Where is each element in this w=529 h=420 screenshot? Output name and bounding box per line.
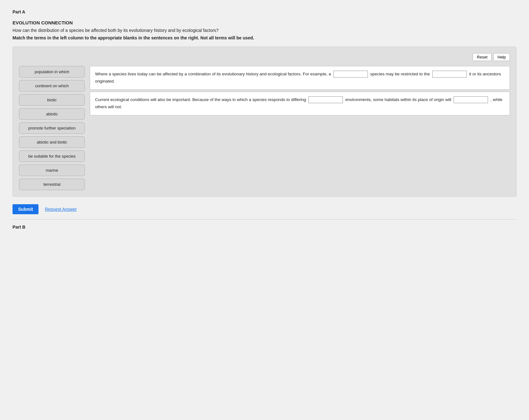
- blank-1-1[interactable]: [333, 71, 368, 78]
- term-continent-on-which[interactable]: continent on which: [19, 80, 85, 92]
- part-b-label: Part B: [13, 225, 516, 230]
- sentence-box-2: Current ecological conditions will also …: [90, 92, 510, 115]
- help-button[interactable]: Help: [493, 53, 510, 61]
- right-column: Where a species lives today can be affec…: [90, 66, 510, 117]
- submit-button[interactable]: Submit: [13, 204, 38, 214]
- term-be-suitable-for-species[interactable]: be suitable for the species: [19, 150, 85, 162]
- section-divider: [13, 219, 516, 220]
- blank-1-2[interactable]: [432, 71, 467, 78]
- left-column: population in which continent on which b…: [19, 66, 85, 190]
- term-abiotic-and-biotic[interactable]: abiotic and biotic: [19, 136, 85, 148]
- sentence1-before-blank1: Where a species lives today can be affec…: [95, 72, 331, 76]
- term-abiotic[interactable]: abiotic: [19, 108, 85, 120]
- reset-button[interactable]: Reset: [473, 53, 491, 61]
- blank-2-1[interactable]: [308, 96, 343, 103]
- matching-container: Reset Help population in which continent…: [13, 47, 516, 197]
- term-biotic[interactable]: biotic: [19, 94, 85, 106]
- request-answer-link[interactable]: Request Answer: [45, 207, 77, 212]
- sentence1-between-blanks: species may be restricted to the: [370, 72, 430, 76]
- matching-body: population in which continent on which b…: [19, 66, 510, 190]
- instruction-text: Match the terms in the left column to th…: [13, 35, 516, 40]
- bottom-actions: Submit Request Answer: [13, 204, 516, 214]
- term-marine[interactable]: marine: [19, 164, 85, 176]
- term-population-in-which[interactable]: population in which: [19, 66, 85, 78]
- part-a-label: Part A: [13, 9, 516, 14]
- page-wrapper: Part A EVOLUTION CONNECTION How can the …: [0, 0, 529, 420]
- top-buttons: Reset Help: [19, 53, 510, 61]
- sentence-box-1: Where a species lives today can be affec…: [90, 66, 510, 90]
- sentence2-before-blank1: Current ecological conditions will also …: [95, 97, 306, 102]
- blank-2-2[interactable]: [454, 96, 488, 103]
- question-text: How can the distribution of a species be…: [13, 28, 516, 33]
- term-terrestrial[interactable]: terrestrial: [19, 179, 85, 190]
- section-title: EVOLUTION CONNECTION: [13, 20, 516, 25]
- sentence2-between-blanks: environments, some habitats within its p…: [345, 97, 451, 102]
- term-promote-further-speciation[interactable]: promote further speciation: [19, 122, 85, 134]
